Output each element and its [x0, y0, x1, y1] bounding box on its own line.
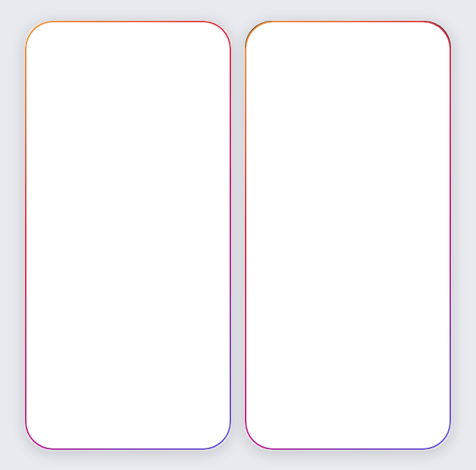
shop-now-arrow-left: › [219, 249, 221, 259]
shop-cta-subtitle: Go to lalueur.com [296, 389, 425, 398]
post-user-details-left: lalueur_beauty and kaiblue Sponsored [61, 76, 168, 93]
comment-username-1[interactable]: lalueur_beauty [280, 226, 339, 236]
post-sponsored-right: Sponsored [281, 86, 388, 93]
shop-now-label-left: Shop now [35, 249, 75, 259]
caption-more-left[interactable]: more [54, 320, 72, 329]
comment-username-2[interactable]: kaiblue [280, 283, 308, 293]
comment-item-1: L lalueur_beauty 3d Wake up to your best… [253, 226, 443, 274]
shop-now-bar-left[interactable]: Shop now › [25, 241, 231, 267]
wifi-icon: ≈ [207, 28, 211, 36]
comment-text-1: Wake up to your best skin ever with our … [280, 236, 443, 274]
more-options-right[interactable]: ••• [431, 79, 443, 91]
scroll-handle [338, 179, 358, 181]
product-image-right: LaLueur [245, 102, 451, 185]
shop-cta-title: Shop now [296, 379, 425, 389]
comment-preview-left: kaiblue I've used the Advanced Moisturiz… [25, 347, 231, 388]
comment-user-avatar: U [253, 419, 273, 439]
shop-cta[interactable]: LaLueur Shop now Go to lalueur.com › [253, 370, 443, 407]
status-icons-right: ▲▲▲ ≈ ▮ [403, 28, 437, 36]
post-username-right[interactable]: lalueur_beauty and kaiblue [281, 76, 388, 86]
home-indicator-right [313, 443, 383, 446]
battery-icon: ▮ [213, 28, 217, 36]
image-bg [245, 102, 451, 185]
phone-left: 9:41 ▲▲▲ ≈ ▮ Instagram ♡ ✉ L lalueur_bea [24, 19, 232, 451]
comments-link-left[interactable]: View all 5 comments [25, 334, 231, 347]
comment-header-2: kaiblue Sponsored 5h [280, 283, 443, 293]
messenger-icon-left[interactable]: ✉ [209, 45, 220, 61]
heart-icon-right[interactable]: ♡ [408, 45, 421, 61]
action-bar-left: ♡ ○ ▷ ⬜ [25, 267, 231, 296]
shop-cta-image: LaLueur [253, 370, 289, 407]
tube-cap [118, 129, 138, 143]
comment-avatar-1: L [253, 226, 274, 247]
comment-content-1: lalueur_beauty 3d Wake up to your best s… [280, 226, 443, 274]
product-image-inner-right: LaLueur [245, 102, 451, 185]
tube-brand: LaLueur MOISTURIZINGFACE CREAM [116, 147, 141, 165]
shop-cta-arrow: › [432, 382, 443, 395]
messenger-icon-right[interactable]: ✉ [429, 45, 440, 61]
nav-reels-left[interactable]: ▶ [166, 421, 178, 439]
caption-left: lalueur_beauty Wake up to your best skin… [25, 296, 231, 334]
product-tube-small: LaLueur [364, 123, 388, 178]
comments-title: Comments [245, 195, 451, 218]
avatar-left: L [33, 74, 56, 96]
comment-icon-left[interactable]: ○ [58, 273, 67, 289]
comments-handle [245, 185, 451, 195]
action-left-icons: ♡ ○ ▷ [35, 272, 86, 290]
status-bar-left: 9:41 ▲▲▲ ≈ ▮ [25, 21, 231, 40]
wifi-icon-right: ≈ [427, 28, 431, 36]
instagram-logo-left: Instagram [36, 44, 99, 62]
comments-sheet: Comments L lalueur_beauty 3d Wake up to … [245, 185, 451, 450]
nav-home-left[interactable]: ⌂ [40, 421, 49, 439]
handle-bar [335, 191, 360, 194]
nav-search-left[interactable]: 🔍 [78, 421, 97, 439]
status-icons-left: ▲▲▲ ≈ ▮ [183, 28, 217, 36]
app-header-left: Instagram ♡ ✉ [25, 40, 231, 68]
status-time-right: 9:41 [259, 26, 277, 37]
comment-content-2: kaiblue Sponsored 5h I've used the Advan… [280, 283, 443, 344]
product-image-left: LaLueur MOISTURIZINGFACE CREAM [25, 102, 231, 241]
app-header-right: Instagram ♡ ✉ [245, 40, 451, 68]
add-comment-input[interactable] [278, 418, 443, 440]
home-indicator-left [93, 443, 163, 446]
post-user-info-right: L lalueur_beauty and kaiblue Sponsored [253, 74, 388, 96]
caption-username-left[interactable]: lalueur_beauty [33, 297, 93, 306]
battery-icon-right: ▮ [433, 28, 437, 36]
comments-body: L lalueur_beauty 3d Wake up to your best… [245, 218, 451, 365]
status-bar-right: 9:41 ▲▲▲ ≈ ▮ [245, 21, 451, 40]
comment-avatar-2: K [253, 283, 274, 304]
shop-cta-product-thumb: LaLueur [257, 375, 285, 402]
bookmark-icon-left[interactable]: ⬜ [204, 273, 221, 290]
heart-icon-left[interactable]: ♡ [189, 45, 201, 61]
comment-sponsored-badge: Sponsored [312, 284, 353, 293]
post-username-left[interactable]: lalueur_beauty and kaiblue [61, 76, 168, 86]
signal-icon-right: ▲▲▲ [403, 28, 424, 36]
product-tube: LaLueur MOISTURIZINGFACE CREAM [109, 126, 148, 217]
nav-add-left[interactable]: ⊕ [125, 421, 138, 439]
header-icons-right: ♡ ✉ [408, 45, 440, 61]
comment-preview-username-left[interactable]: kaiblue [33, 350, 62, 359]
comment-item-2: K kaiblue Sponsored 5h I've used the Adv… [253, 283, 443, 344]
comment-text-2: I've used the Advanced Moisturizing Face… [280, 293, 443, 344]
status-time-left: 9:41 [39, 26, 57, 37]
comment-time-1: 3d [343, 227, 351, 235]
shop-cta-text: Shop now Go to lalueur.com [289, 379, 432, 398]
post-header-left: L lalueur_beauty and kaiblue Sponsored •… [25, 68, 231, 102]
more-options-left[interactable]: ••• [211, 79, 223, 91]
comment-header-1: lalueur_beauty 3d [280, 226, 443, 236]
avatar-right: L [253, 74, 276, 96]
post-sponsored-left: Sponsored [61, 86, 168, 93]
nav-profile-left[interactable]: ○ [207, 421, 216, 439]
post-user-info-left: L lalueur_beauty and kaiblue Sponsored [33, 74, 168, 96]
post-user-details-right: lalueur_beauty and kaiblue Sponsored [281, 76, 388, 93]
like-icon-left[interactable]: ♡ [35, 272, 49, 290]
phone-right: 9:41 ▲▲▲ ≈ ▮ Instagram ♡ ✉ L lalueur_bea [244, 19, 452, 451]
share-icon-left[interactable]: ▷ [77, 274, 86, 289]
instagram-logo-right: Instagram [256, 44, 319, 62]
comment-time-2: 5h [358, 284, 366, 292]
signal-icon: ▲▲▲ [183, 28, 204, 36]
header-icons-left: ♡ ✉ [189, 45, 220, 61]
post-header-right: L lalueur_beauty and kaiblue Sponsored •… [245, 68, 451, 102]
